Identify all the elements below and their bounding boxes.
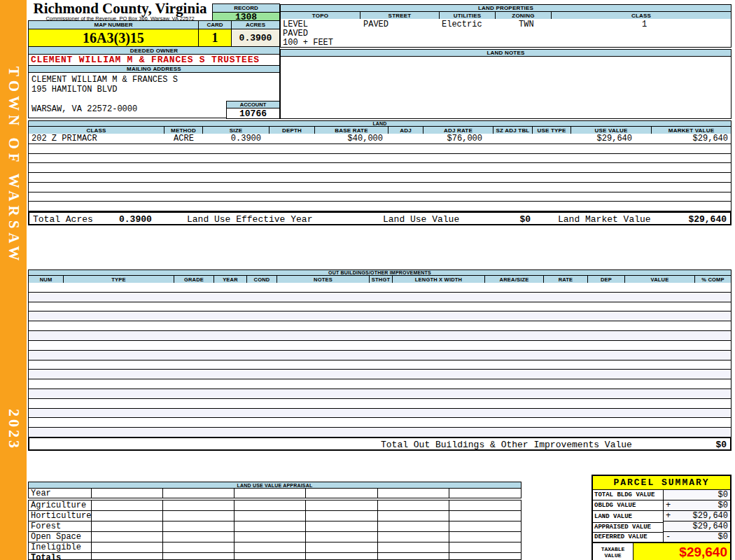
appraisal-cell	[449, 489, 521, 498]
summary-value: $29,640	[693, 511, 728, 521]
out-buildings-empty-row	[29, 351, 731, 360]
appraisal-cell	[234, 511, 306, 521]
map-number-value: 16A3(3)15	[29, 29, 198, 47]
column-header: AREA/SIZE	[485, 276, 544, 283]
land-base-rate: $40,000	[315, 134, 388, 144]
appraisal-cell	[92, 542, 163, 552]
out-buildings-empty-row	[29, 312, 731, 321]
taxable-value: $29,640	[634, 543, 730, 560]
column-header: MARKET VALUE	[652, 127, 731, 134]
appraisal-cell	[306, 489, 377, 498]
account-number: 10766	[227, 108, 279, 118]
summary-row: LAND VALUE +$29,640	[593, 511, 730, 522]
land-use-value: $0	[519, 214, 531, 225]
appraisal-cell	[449, 532, 521, 542]
out-buildings-empty-row	[29, 418, 731, 428]
taxable-value-label: TAXABLE VALUE	[593, 543, 634, 560]
land-use-appraisal-year-row: Year	[28, 488, 522, 498]
summary-sign: +	[666, 511, 671, 521]
appraisal-cell	[163, 489, 234, 498]
column-header: NUM	[29, 276, 64, 283]
appraisal-row: Horticulture	[29, 511, 521, 522]
tax-year-vertical: 2023	[5, 409, 23, 451]
appraisal-cell	[163, 553, 234, 560]
summary-value: $0	[718, 500, 728, 510]
appraisal-cell	[378, 489, 449, 498]
appraisal-cell	[378, 553, 449, 560]
land-table-empty-row	[29, 202, 731, 211]
appraisal-cell	[163, 511, 234, 521]
deeded-owner-value: CLEMENT WILLIAM M & FRANCES S TRUSTEES	[28, 54, 280, 66]
summary-value: $0	[718, 490, 728, 500]
out-buildings-empty-row	[29, 331, 731, 341]
appraisal-row: Ineligible	[29, 542, 521, 553]
column-header: TOPO	[281, 12, 360, 19]
account-label: ACCOUNT	[227, 102, 279, 108]
summary-row: TOTAL BLDG VALUE $0	[593, 490, 730, 500]
appraisal-cell	[306, 542, 377, 552]
card-value: 1	[199, 29, 231, 47]
sidebar: TOWN OF WARSAW 2023	[0, 0, 27, 560]
column-header: DEP	[588, 276, 625, 283]
parcel-id-table: MAP NUMBER CARD ACRES 16A3(3)15 1 0.3900	[28, 20, 280, 48]
appraisal-cell	[378, 511, 449, 521]
land-use-appraisal-table: Agriculture Horticulture Forest Open Spa…	[28, 500, 522, 560]
street-value: PAVED	[363, 20, 388, 29]
appraisal-cell	[92, 489, 163, 498]
column-header: DEPTH	[270, 127, 315, 134]
appraisal-totals-row: Totals	[29, 553, 521, 560]
appraisal-cell	[92, 553, 163, 560]
column-header: USE VALUE	[571, 127, 652, 134]
appraisal-cell	[449, 500, 521, 510]
appraisal-cell	[306, 511, 377, 521]
out-buildings-empty-row	[29, 379, 731, 389]
land-table-empty-row	[29, 192, 731, 202]
appraisal-cell	[234, 532, 306, 542]
taxable-value-row: TAXABLE VALUE $29,640	[593, 542, 730, 560]
mailing-address-box: CLEMENT WILLIAM M & FRANCES S 195 HAMILT…	[28, 72, 280, 118]
topo-value: LEVEL	[283, 20, 308, 29]
appraisal-cell	[306, 553, 377, 560]
map-number-label: MAP NUMBER	[29, 21, 198, 29]
appraisal-row-label: Totals	[29, 553, 92, 560]
appraisal-row: Agriculture	[29, 500, 521, 511]
appraisal-row: Open Space	[29, 532, 521, 542]
out-buildings-empty-row	[29, 428, 731, 438]
column-header: ZONING	[496, 12, 552, 19]
appraisal-cell	[449, 542, 521, 552]
class-value: 1	[642, 20, 647, 29]
appraisal-cell	[234, 542, 306, 552]
column-header: ADJ RATE	[424, 127, 493, 134]
column-header: METHOD	[164, 127, 203, 134]
column-header: VALUE	[625, 276, 695, 283]
summary-label: OBLDG VALUE	[593, 500, 664, 511]
appraisal-cell	[92, 522, 163, 531]
effective-year-label: Land Use Effective Year	[187, 214, 312, 225]
land-market-value: $29,640	[688, 214, 727, 225]
appraisal-row-label: Open Space	[29, 532, 92, 542]
appraisal-row-label: Horticulture	[29, 511, 92, 521]
column-header: CLASS	[552, 12, 731, 19]
appraisal-cell	[92, 511, 163, 521]
county-title: Richmond County, Virginia	[28, 1, 212, 16]
out-buildings-empty-row	[29, 370, 731, 379]
utilities-value: Electric	[442, 20, 482, 29]
column-header: STHGT	[370, 276, 393, 283]
out-buildings-empty-row	[29, 321, 731, 331]
appraisal-row-label: Agriculture	[29, 500, 92, 510]
column-header: GRADE	[174, 276, 214, 283]
column-header: NOTES	[277, 276, 370, 283]
land-table-row: 202 Z PRIMACR ACRE 0.3900 $40,000 $76,00…	[29, 134, 731, 144]
appraisal-row-label: Forest	[29, 522, 92, 531]
mailing-line: 195 HAMILTON BLVD	[31, 85, 117, 94]
land-class: 202 Z PRIMACR	[29, 134, 164, 144]
appraisal-row-label: Year	[29, 489, 92, 498]
appraisal-cell	[449, 553, 521, 560]
column-header: % COMP	[695, 276, 731, 283]
summary-row: OBLDG VALUE +$0	[593, 500, 730, 511]
land-table-empty-row	[29, 183, 731, 192]
appraisal-cell	[306, 500, 377, 510]
land-table-empty-row	[29, 154, 731, 164]
out-buildings-empty-row	[29, 399, 731, 409]
land-table-empty-row	[29, 163, 731, 173]
